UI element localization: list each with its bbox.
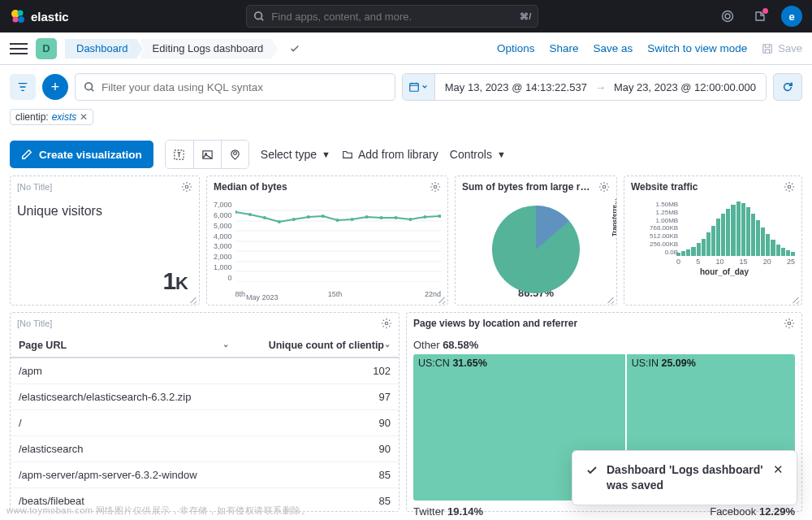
chevron-down-icon: ▼: [497, 150, 506, 159]
breadcrumb-dashboard[interactable]: Dashboard: [65, 39, 136, 58]
filter-pill-clientip[interactable]: clientip: exists ✕: [10, 109, 93, 125]
gear-icon[interactable]: [598, 181, 610, 193]
table-row[interactable]: /elasticsearch90: [11, 436, 399, 462]
panel-no-title: [No Title]: [17, 318, 52, 328]
histogram: 1.50MB1.25MB1.00MB768.00KB512.00KB256.00…: [654, 201, 795, 256]
add-from-library-button[interactable]: Add from library: [342, 148, 438, 161]
svg-point-1: [18, 11, 24, 16]
y-axis-label: Transferre…: [611, 198, 618, 236]
gear-icon[interactable]: [181, 181, 192, 193]
help-icon[interactable]: [716, 5, 739, 28]
save-as-link[interactable]: Save as: [594, 42, 633, 54]
svg-point-38: [438, 214, 441, 218]
create-visualization-button[interactable]: Create visualization: [10, 141, 153, 168]
metric-label: Unique visitors: [17, 204, 192, 219]
svg-point-31: [335, 219, 339, 222]
panel-page-urls[interactable]: [No Title] Page URL⌄ Unique count of cli…: [10, 312, 400, 512]
pencil-icon: [21, 149, 32, 160]
url-table: Page URL⌄ Unique count of clientip ⌄ /ap…: [11, 334, 399, 511]
date-picker[interactable]: May 13, 2023 @ 14:13:22.537 → May 23, 20…: [402, 73, 767, 101]
svg-point-34: [379, 216, 382, 219]
svg-point-8: [85, 83, 93, 90]
panel-sum-bytes[interactable]: Sum of bytes from large reques… Below 10…: [455, 176, 617, 306]
panel-title: Sum of bytes from large reques…: [462, 181, 594, 193]
svg-point-41: [788, 185, 791, 188]
breadcrumb-status-icon: [289, 43, 300, 54]
table-row[interactable]: /90: [11, 410, 399, 436]
space-selector[interactable]: D: [36, 38, 57, 59]
kql-input-field[interactable]: [102, 81, 387, 93]
gear-icon[interactable]: [784, 318, 795, 329]
resize-handle[interactable]: [792, 295, 800, 303]
toast-notification: Dashboard 'Logs dashboard' was saved ✕: [572, 450, 797, 505]
chevron-down-icon: ▼: [322, 150, 330, 159]
filter-bar: clientip: exists ✕: [0, 109, 812, 133]
col-page-url[interactable]: Page URL⌄: [11, 334, 237, 358]
svg-point-15: [434, 185, 437, 188]
svg-point-2: [13, 17, 19, 23]
select-type-dropdown[interactable]: Select type▼: [261, 148, 330, 161]
chevron-down-icon: ⌄: [384, 340, 391, 349]
global-search-input[interactable]: [271, 11, 513, 23]
toast-text: Dashboard 'Logs dashboard' was saved: [607, 462, 765, 493]
svg-point-37: [423, 215, 426, 219]
table-row[interactable]: /apm-server/apm-server-6.3.2-window85: [11, 462, 399, 488]
close-icon[interactable]: ✕: [773, 462, 784, 477]
svg-point-27: [277, 220, 280, 223]
resize-handle[interactable]: [607, 295, 615, 303]
newsfeed-icon[interactable]: [749, 5, 771, 28]
save-icon: [762, 43, 773, 54]
kql-query-input[interactable]: [75, 73, 395, 101]
svg-point-6: [725, 14, 730, 19]
gear-icon[interactable]: [784, 181, 795, 193]
notification-dot: [762, 8, 768, 14]
panel-no-title: [No Title]: [17, 182, 52, 192]
top-right-icons: e: [716, 5, 802, 28]
folder-icon: [342, 149, 353, 160]
close-icon[interactable]: ✕: [80, 111, 88, 123]
panel-website-traffic[interactable]: Website traffic Transferre… 1.50MB1.25MB…: [624, 176, 802, 306]
controls-dropdown[interactable]: Controls▼: [450, 148, 506, 161]
options-link[interactable]: Options: [497, 42, 535, 54]
x-axis-ticks: 0510152025: [654, 258, 795, 266]
search-icon: [253, 11, 265, 22]
filter-options-button[interactable]: [10, 74, 36, 100]
panel-title: Page views by location and referrer: [413, 318, 779, 329]
user-avatar[interactable]: e: [781, 6, 802, 27]
panel-unique-visitors[interactable]: [No Title] Unique visitors 1K: [10, 176, 200, 306]
gear-icon[interactable]: [381, 318, 392, 329]
add-filter-button[interactable]: +: [42, 74, 68, 100]
add-image-button[interactable]: [193, 141, 221, 168]
brand-logo[interactable]: elastic: [10, 8, 69, 24]
calendar-icon[interactable]: [403, 74, 435, 100]
dashboard-grid-row-1: [No Title] Unique visitors 1K Median of …: [0, 176, 812, 306]
nav-toggle-icon[interactable]: [10, 43, 28, 54]
svg-point-42: [385, 322, 388, 325]
table-row[interactable]: /apm102: [11, 358, 399, 384]
global-search-wrap: ⌘/: [79, 5, 706, 28]
global-search[interactable]: ⌘/: [246, 5, 538, 28]
resize-handle[interactable]: [189, 295, 197, 303]
switch-view-link[interactable]: Switch to view mode: [647, 42, 747, 54]
gear-icon[interactable]: [430, 181, 441, 193]
svg-point-4: [255, 12, 262, 20]
add-map-button[interactable]: [221, 141, 248, 168]
table-row[interactable]: /elasticsearch/elasticsearch-6.3.2.zip97: [11, 384, 399, 410]
refresh-button[interactable]: [773, 73, 802, 101]
panel-median-bytes[interactable]: Median of bytes 7,0006,0005,0004,0003,00…: [206, 176, 448, 306]
share-link[interactable]: Share: [549, 42, 578, 54]
date-range-display[interactable]: May 13, 2023 @ 14:13:22.537 → May 23, 20…: [435, 74, 766, 100]
arrow-right-icon: →: [595, 81, 606, 93]
search-shortcut: ⌘/: [520, 11, 531, 22]
date-to: May 23, 2023 @ 12:00:00.000: [614, 81, 756, 93]
add-text-button[interactable]: [166, 141, 193, 168]
global-top-bar: elastic ⌘/ e: [0, 0, 812, 32]
svg-point-35: [394, 216, 397, 219]
resize-handle[interactable]: [438, 295, 446, 303]
svg-point-24: [235, 210, 237, 214]
breadcrumb: Dashboard Editing Logs dashboard: [65, 39, 271, 58]
search-icon: [84, 81, 95, 93]
col-clientip-count[interactable]: Unique count of clientip ⌄: [237, 334, 399, 358]
quick-add-group: [165, 140, 249, 169]
svg-point-39: [603, 185, 606, 188]
